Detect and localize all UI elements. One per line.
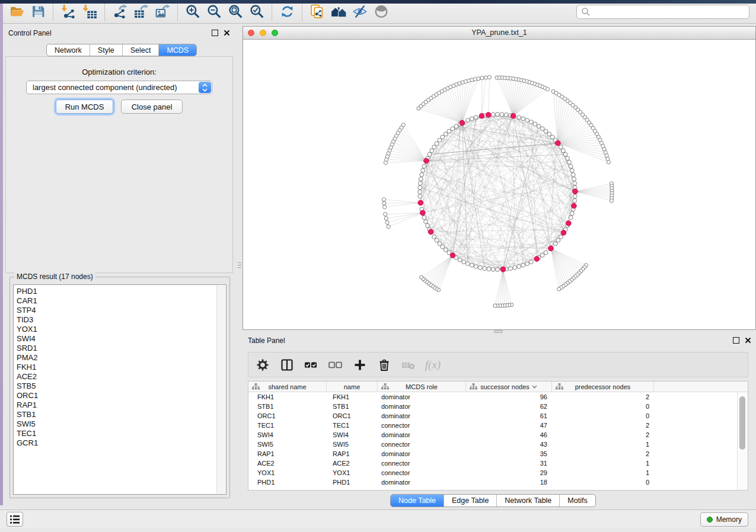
table-cell[interactable]: 2 xyxy=(552,431,654,438)
table-cell[interactable]: PHD1 xyxy=(248,479,327,486)
graph-node[interactable] xyxy=(478,265,482,270)
graph-node[interactable] xyxy=(525,118,529,123)
table-cell[interactable]: 62 xyxy=(466,403,552,410)
table-cell[interactable]: ORC1 xyxy=(327,412,378,419)
mcds-result-item[interactable]: YOX1 xyxy=(17,325,226,334)
table-cell[interactable]: 46 xyxy=(466,431,552,438)
tab-network-table[interactable]: Network Table xyxy=(496,495,559,507)
network-canvas[interactable] xyxy=(243,40,755,330)
tab-mcds[interactable]: MCDS xyxy=(158,44,196,56)
graph-node[interactable] xyxy=(562,149,566,153)
table-cell[interactable]: RAP1 xyxy=(327,450,378,457)
graph-node[interactable] xyxy=(458,258,462,262)
hide-selected-eye-slash-icon[interactable] xyxy=(349,2,371,22)
table-cell[interactable]: 29 xyxy=(466,469,552,476)
graph-node[interactable] xyxy=(444,132,448,136)
table-cell[interactable]: TEC1 xyxy=(327,422,378,429)
table-row[interactable]: STB1STB1dominator620 xyxy=(248,402,748,411)
graph-node[interactable] xyxy=(556,238,560,242)
graph-hub-node[interactable] xyxy=(572,203,577,209)
table-cell[interactable]: 31 xyxy=(466,460,552,467)
graph-node[interactable] xyxy=(567,160,572,164)
graph-node[interactable] xyxy=(570,211,574,216)
float-panel-icon[interactable] xyxy=(212,30,218,36)
graph-node[interactable] xyxy=(513,265,517,270)
table-cell[interactable]: connector xyxy=(378,441,466,448)
zoom-in-icon[interactable] xyxy=(182,2,203,22)
graph-node[interactable] xyxy=(533,122,537,126)
graph-node[interactable] xyxy=(470,117,474,121)
graph-node[interactable] xyxy=(451,127,455,131)
graph-node[interactable] xyxy=(521,117,525,121)
table-cell[interactable]: ACE2 xyxy=(327,460,378,467)
graph-node[interactable] xyxy=(540,253,544,257)
graph-node[interactable] xyxy=(435,238,439,242)
import-network-icon[interactable] xyxy=(58,2,79,22)
graph-node[interactable] xyxy=(487,75,491,79)
graph-node[interactable] xyxy=(491,267,495,271)
graph-node[interactable] xyxy=(563,152,567,156)
graph-hub-node[interactable] xyxy=(420,210,426,216)
table-cell[interactable]: 1 xyxy=(552,441,654,448)
select-all-icon[interactable] xyxy=(304,357,319,373)
graph-node[interactable] xyxy=(387,225,390,229)
graph-node[interactable] xyxy=(573,198,577,203)
graph-node[interactable] xyxy=(426,223,430,227)
graph-hub-node[interactable] xyxy=(450,253,455,258)
graph-node[interactable] xyxy=(547,132,551,136)
column-header-name[interactable]: name xyxy=(327,382,378,392)
graph-node[interactable] xyxy=(480,76,484,80)
graph-node[interactable] xyxy=(557,287,561,291)
graph-node[interactable] xyxy=(569,216,573,220)
graph-hub-node[interactable] xyxy=(573,189,578,194)
graph-node[interactable] xyxy=(470,263,474,267)
graph-node[interactable] xyxy=(462,260,466,264)
graph-hub-node[interactable] xyxy=(460,120,465,126)
graph-node[interactable] xyxy=(384,217,388,220)
table-cell[interactable]: TEC1 xyxy=(248,422,327,429)
table-cell[interactable]: dominator xyxy=(378,479,466,486)
graph-hub-node[interactable] xyxy=(486,113,491,118)
graph-node[interactable] xyxy=(540,127,544,131)
table-cell[interactable]: 0 xyxy=(552,403,654,410)
zoom-out-icon[interactable] xyxy=(203,2,225,22)
table-cell[interactable]: YOX1 xyxy=(327,469,378,476)
graph-node[interactable] xyxy=(544,129,548,133)
table-cell[interactable]: SWI4 xyxy=(248,431,327,438)
mcds-result-item[interactable]: GCR1 xyxy=(17,438,226,448)
save-session-icon[interactable] xyxy=(27,2,49,22)
table-cell[interactable]: SWI4 xyxy=(327,431,378,438)
mcds-result-item[interactable]: STB5 xyxy=(17,382,226,391)
graph-hub-node[interactable] xyxy=(500,267,506,272)
table-cell[interactable]: dominator xyxy=(378,412,466,419)
graph-node[interactable] xyxy=(553,242,557,246)
graph-node[interactable] xyxy=(383,205,387,209)
mcds-list-scrollbar[interactable] xyxy=(216,286,225,493)
graph-node[interactable] xyxy=(571,172,575,177)
export-table-icon[interactable] xyxy=(130,2,152,22)
tab-motifs[interactable]: Motifs xyxy=(559,495,595,507)
mcds-result-item[interactable]: STB1 xyxy=(17,410,226,419)
delete-entry-trash-icon[interactable] xyxy=(377,357,392,373)
graph-node[interactable] xyxy=(384,212,387,216)
table-row[interactable]: PHD1PHD1dominator180 xyxy=(248,477,748,487)
tab-select[interactable]: Select xyxy=(122,44,159,56)
import-table-icon[interactable] xyxy=(79,2,100,22)
graph-node[interactable] xyxy=(385,221,389,225)
graph-node[interactable] xyxy=(491,113,495,117)
graph-node[interactable] xyxy=(382,198,385,201)
graph-node[interactable] xyxy=(573,194,577,198)
network-window-titlebar[interactable]: YPA_prune.txt_1 xyxy=(243,27,755,40)
table-cell[interactable]: SWI5 xyxy=(248,441,327,448)
copy-network-icon[interactable] xyxy=(307,2,328,22)
graph-node[interactable] xyxy=(382,201,386,205)
sort-chevron-icon[interactable] xyxy=(532,385,537,389)
table-cell[interactable]: STB1 xyxy=(327,403,378,410)
graph-node[interactable] xyxy=(517,116,521,120)
graph-node[interactable] xyxy=(465,118,470,123)
table-cell[interactable]: dominator xyxy=(378,403,466,410)
graph-node[interactable] xyxy=(421,168,425,172)
table-cell[interactable]: RAP1 xyxy=(248,450,327,457)
graph-node[interactable] xyxy=(521,263,525,267)
table-cell[interactable]: 47 xyxy=(466,422,552,429)
